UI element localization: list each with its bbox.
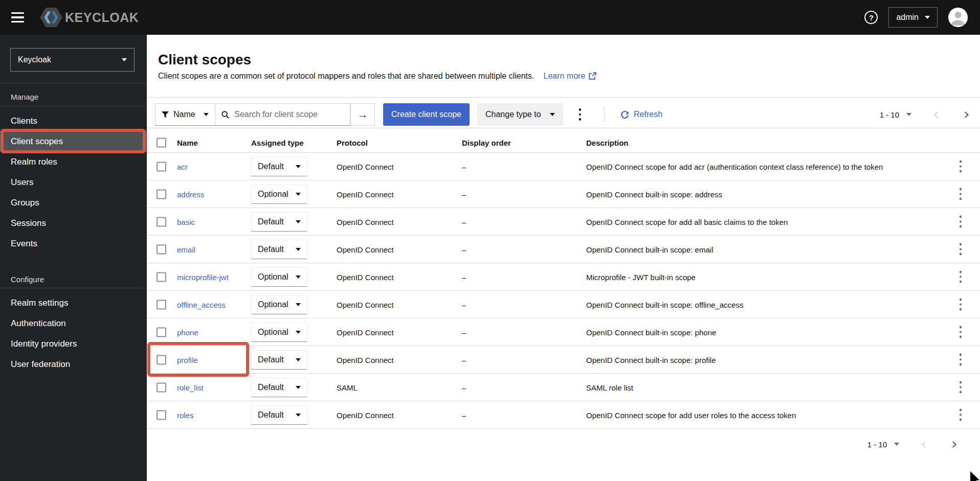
sidebar-divider	[0, 106, 147, 106]
row-kebab-menu[interactable]	[960, 214, 962, 229]
table-toolbar: Name → Create client scope Change type t…	[147, 103, 980, 126]
assigned-type-dropdown[interactable]: Default	[251, 212, 307, 232]
assigned-type-dropdown[interactable]: Default	[251, 350, 307, 370]
chevron-down-icon	[550, 113, 555, 116]
column-header-assigned-type: Assigned type	[251, 138, 304, 147]
scope-name-link[interactable]: address	[177, 190, 204, 198]
display-order-cell: –	[462, 272, 466, 281]
row-kebab-menu[interactable]	[960, 242, 962, 257]
table-row: role_listDefaultSAML–SAML role list	[147, 374, 980, 401]
assigned-type-dropdown[interactable]: Optional	[251, 323, 307, 342]
nav-toggle-button[interactable]	[11, 12, 24, 23]
sidebar-item-sessions[interactable]: Sessions	[0, 213, 147, 234]
sidebar-item-events[interactable]: Events	[0, 234, 147, 254]
assigned-type-dropdown[interactable]: Default	[251, 157, 307, 176]
display-order-cell: –	[462, 355, 466, 364]
assigned-type-dropdown[interactable]: Default	[251, 405, 307, 425]
next-page-icon[interactable]	[950, 441, 956, 448]
row-kebab-menu[interactable]	[960, 159, 962, 174]
assigned-type-value: Optional	[258, 328, 288, 337]
table-row: offline_accessOptionalOpenID Connect–Ope…	[147, 291, 980, 318]
row-checkbox[interactable]	[157, 189, 166, 199]
protocol-cell: OpenID Connect	[337, 272, 394, 281]
row-kebab-menu[interactable]	[960, 352, 962, 367]
sidebar-item-realm-roles[interactable]: Realm roles	[0, 152, 147, 172]
sidebar-divider	[0, 83, 147, 83]
next-page-icon[interactable]	[962, 111, 969, 118]
scope-name-link[interactable]: phone	[177, 328, 198, 336]
row-kebab-menu[interactable]	[960, 407, 962, 422]
row-checkbox[interactable]	[157, 327, 166, 337]
sidebar-item-identity-providers[interactable]: Identity providers	[0, 334, 147, 354]
description-cell: OpenID Connect built-in scope: address	[586, 190, 722, 198]
chevron-down-icon[interactable]	[906, 113, 911, 116]
row-checkbox[interactable]	[157, 355, 166, 364]
toolbar-kebab-menu[interactable]	[570, 103, 590, 126]
change-type-dropdown[interactable]: Change type to	[477, 103, 563, 126]
create-client-scope-button[interactable]: Create client scope	[383, 103, 470, 126]
sidebar-item-users[interactable]: Users	[0, 172, 147, 193]
external-link-icon	[588, 72, 596, 80]
row-checkbox[interactable]	[157, 272, 166, 282]
scope-name-link[interactable]: offline_access	[177, 300, 226, 309]
previous-page-icon[interactable]	[922, 441, 928, 448]
select-all-checkbox[interactable]	[157, 138, 166, 147]
assigned-type-dropdown[interactable]: Default	[251, 240, 307, 259]
scope-name-link[interactable]: basic	[177, 217, 195, 226]
assigned-type-dropdown[interactable]: Optional	[251, 185, 307, 204]
search-submit-button[interactable]: →	[350, 103, 375, 126]
scope-name-link[interactable]: email	[177, 245, 195, 254]
sidebar-item-clients[interactable]: Clients	[0, 111, 147, 131]
sidebar-item-groups[interactable]: Groups	[0, 193, 147, 213]
sidebar-item-client-scopes[interactable]: Client scopes	[0, 131, 147, 152]
sidebar-item-user-federation[interactable]: User federation	[0, 354, 147, 375]
display-order-cell: –	[462, 190, 466, 198]
row-kebab-menu[interactable]	[960, 297, 962, 312]
row-checkbox[interactable]	[157, 217, 166, 226]
row-checkbox[interactable]	[157, 300, 166, 309]
row-kebab-menu[interactable]	[960, 380, 962, 395]
realm-selector[interactable]: Keycloak	[10, 48, 135, 72]
learn-more-link[interactable]: Learn more	[544, 72, 597, 81]
scope-name-link[interactable]: profile	[177, 355, 198, 364]
refresh-button[interactable]: Refresh	[620, 103, 662, 126]
scope-name-link[interactable]: roles	[177, 410, 194, 419]
keycloak-logo[interactable]: KEYCLOAK	[39, 7, 139, 28]
scope-name-link[interactable]: acr	[177, 162, 188, 171]
display-order-cell: –	[462, 383, 466, 392]
search-icon	[221, 110, 229, 119]
scope-name-link[interactable]: role_list	[177, 383, 204, 392]
realm-selector-label: Keycloak	[18, 55, 51, 64]
chevron-down-icon[interactable]	[894, 443, 899, 446]
row-kebab-menu[interactable]	[960, 187, 962, 201]
sidebar-item-authentication[interactable]: Authentication	[0, 313, 147, 334]
row-checkbox[interactable]	[157, 382, 166, 392]
description-cell: Microprofile - JWT built-in scope	[586, 272, 696, 281]
assigned-type-dropdown[interactable]: Default	[251, 378, 307, 397]
search-input[interactable]	[234, 110, 344, 119]
sidebar: Keycloak Manage ClientsClient scopesReal…	[0, 35, 147, 481]
row-checkbox[interactable]	[157, 410, 166, 420]
row-kebab-menu[interactable]	[960, 325, 962, 339]
row-kebab-menu[interactable]	[960, 269, 962, 284]
protocol-cell: OpenID Connect	[337, 217, 394, 226]
keycloak-admin-console: { "header": { "brand": "KEYCLOAK", "help…	[0, 0, 980, 481]
avatar[interactable]	[948, 8, 968, 27]
assigned-type-dropdown[interactable]: Optional	[251, 295, 307, 314]
user-avatar-icon	[948, 8, 968, 27]
assigned-type-dropdown[interactable]: Optional	[251, 267, 307, 287]
table-row: addressOptionalOpenID Connect–OpenID Con…	[147, 180, 980, 208]
filter-type-dropdown[interactable]: Name	[155, 103, 215, 126]
previous-page-icon[interactable]	[934, 111, 941, 118]
assigned-type-value: Optional	[258, 272, 288, 282]
filter-type-label: Name	[173, 110, 195, 119]
user-menu[interactable]: admin	[888, 7, 938, 28]
page-title: Client scopes	[158, 52, 251, 68]
row-checkbox[interactable]	[157, 244, 166, 254]
sidebar-item-realm-settings[interactable]: Realm settings	[0, 293, 147, 313]
chevron-down-icon	[296, 358, 301, 361]
row-checkbox[interactable]	[157, 162, 166, 171]
help-icon[interactable]: ?	[864, 11, 878, 24]
scope-name-link[interactable]: microprofile-jwt	[177, 272, 229, 281]
refresh-label: Refresh	[634, 110, 662, 119]
